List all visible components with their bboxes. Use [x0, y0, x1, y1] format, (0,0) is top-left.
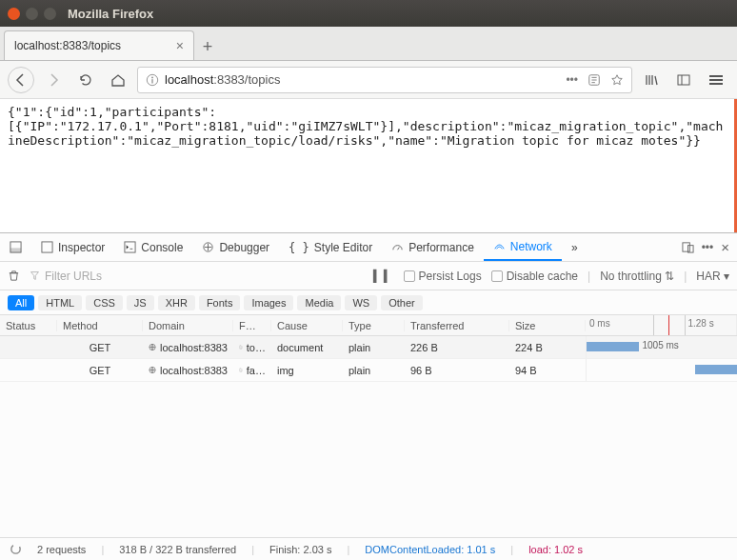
- gauge-icon: [391, 241, 404, 253]
- tab-performance[interactable]: Performance: [382, 233, 484, 261]
- network-table: Status Method Domain F… Cause Type Trans…: [0, 315, 737, 537]
- chip-fonts[interactable]: Fonts: [199, 295, 241, 310]
- spinner-icon: [10, 543, 22, 555]
- cell-cause: img: [271, 365, 343, 376]
- chip-other[interactable]: Other: [381, 295, 423, 310]
- filter-input[interactable]: Filter URLs: [30, 270, 201, 283]
- reload-button[interactable]: [72, 67, 99, 93]
- window-maximize-button[interactable]: [44, 8, 56, 20]
- globe-icon: [149, 341, 156, 353]
- chip-css[interactable]: CSS: [86, 295, 123, 310]
- devtools-more-icon[interactable]: •••: [702, 241, 714, 254]
- chip-images[interactable]: Images: [244, 295, 293, 310]
- table-row[interactable]: GETlocalhost:8383to…documentplain226 B22…: [0, 336, 737, 359]
- chip-all[interactable]: All: [8, 295, 34, 310]
- cell-size: 94 B: [509, 365, 586, 376]
- status-bytes: 318 B / 322 B transferred: [119, 544, 236, 555]
- address-bar[interactable]: localhost:8383/topics •••: [137, 67, 632, 93]
- svg-rect-6: [10, 248, 21, 252]
- devtools-panel: Inspector Console Debugger { } Style Edi…: [0, 232, 737, 560]
- reader-icon[interactable]: [588, 73, 601, 87]
- col-domain[interactable]: Domain: [143, 320, 233, 331]
- browser-tab[interactable]: localhost:8383/topics ×: [4, 30, 194, 60]
- tab-style-editor[interactable]: { } Style Editor: [279, 233, 382, 261]
- cell-transferred: 226 B: [405, 342, 509, 353]
- cell-type: plain: [343, 365, 405, 376]
- tab-network[interactable]: Network: [484, 233, 562, 261]
- chip-media[interactable]: Media: [297, 295, 341, 310]
- file-icon: [239, 365, 243, 375]
- chip-html[interactable]: HTML: [38, 295, 82, 310]
- cell-transferred: 96 B: [405, 365, 509, 376]
- braces-icon: { }: [289, 241, 309, 254]
- table-row[interactable]: GETlocalhost:8383fa…imgplain96 B94 B10: [0, 359, 737, 382]
- debugger-icon: [202, 241, 214, 253]
- devtools-dock-button[interactable]: [0, 233, 31, 261]
- col-waterfall[interactable]: 0 ms 1.28 s: [586, 315, 737, 335]
- hamburger-icon: [709, 75, 723, 85]
- col-file[interactable]: F…: [233, 320, 271, 331]
- col-method[interactable]: Method: [57, 320, 143, 331]
- trash-icon[interactable]: [8, 270, 20, 282]
- svg-rect-8: [125, 242, 135, 252]
- cell-type: plain: [343, 342, 405, 353]
- cell-file: fa…: [233, 365, 271, 376]
- tab-debugger[interactable]: Debugger: [192, 233, 279, 261]
- tab-strip: localhost:8383/topics × +: [0, 27, 737, 61]
- responsive-icon[interactable]: [682, 241, 694, 253]
- home-button[interactable]: [105, 67, 131, 93]
- tab-title: localhost:8383/topics: [14, 39, 176, 52]
- cell-method: GET: [57, 342, 143, 353]
- devtools-close-icon[interactable]: ×: [721, 239, 729, 255]
- cell-file: to…: [233, 342, 271, 353]
- devtools-tabs: Inspector Console Debugger { } Style Edi…: [0, 233, 737, 262]
- console-icon: [124, 241, 136, 253]
- col-size[interactable]: Size: [509, 320, 586, 331]
- cell-cause: document: [271, 342, 343, 353]
- tab-console[interactable]: Console: [114, 233, 192, 261]
- svg-point-14: [11, 545, 20, 553]
- filter-chips: All HTML CSS JS XHR Fonts Images Media W…: [0, 290, 737, 315]
- col-type[interactable]: Type: [343, 320, 405, 331]
- disable-cache-checkbox[interactable]: Disable cache: [491, 270, 578, 283]
- funnel-icon: [30, 270, 40, 281]
- dock-icon: [10, 241, 22, 253]
- cell-domain: localhost:8383: [143, 364, 233, 376]
- pause-button[interactable]: ▍▍: [373, 270, 394, 283]
- network-icon: [493, 240, 506, 252]
- close-tab-icon[interactable]: ×: [176, 38, 184, 53]
- col-status[interactable]: Status: [0, 320, 57, 331]
- chip-xhr[interactable]: XHR: [158, 295, 195, 310]
- library-button[interactable]: [638, 67, 665, 93]
- cell-waterfall: 1005 ms: [586, 336, 737, 358]
- devtools-statusbar: 2 requests | 318 B / 322 B transferred |…: [0, 537, 737, 560]
- har-menu[interactable]: HAR ▾: [696, 270, 729, 283]
- window-minimize-button[interactable]: [26, 8, 38, 20]
- tab-inspector[interactable]: Inspector: [31, 233, 114, 261]
- sidebar-button[interactable]: [670, 67, 697, 93]
- chip-js[interactable]: JS: [127, 295, 154, 310]
- new-tab-button[interactable]: +: [194, 33, 221, 60]
- back-button[interactable]: [8, 67, 34, 93]
- status-load: load: 1.02 s: [528, 544, 583, 555]
- svg-point-1: [151, 76, 153, 78]
- info-icon: [146, 73, 159, 87]
- home-icon: [110, 72, 126, 88]
- persist-logs-checkbox[interactable]: Persist Logs: [404, 270, 482, 283]
- library-icon: [644, 72, 659, 88]
- window-close-button[interactable]: [8, 8, 20, 20]
- chip-ws[interactable]: WS: [345, 295, 377, 310]
- throttling-select[interactable]: No throttling ⇅: [600, 270, 674, 283]
- app-menu-button[interactable]: [703, 67, 729, 93]
- status-dcl: DOMContentLoaded: 1.01 s: [365, 544, 495, 555]
- col-transferred[interactable]: Transferred: [405, 320, 509, 331]
- star-icon[interactable]: [610, 73, 624, 87]
- forward-button[interactable]: [40, 67, 67, 93]
- devtools-overflow[interactable]: »: [562, 233, 588, 261]
- col-cause[interactable]: Cause: [271, 320, 343, 331]
- reload-icon: [78, 72, 93, 88]
- globe-icon: [149, 364, 156, 376]
- addressbar-actions: •••: [566, 73, 624, 87]
- more-icon[interactable]: •••: [566, 73, 578, 87]
- svg-rect-10: [683, 243, 689, 251]
